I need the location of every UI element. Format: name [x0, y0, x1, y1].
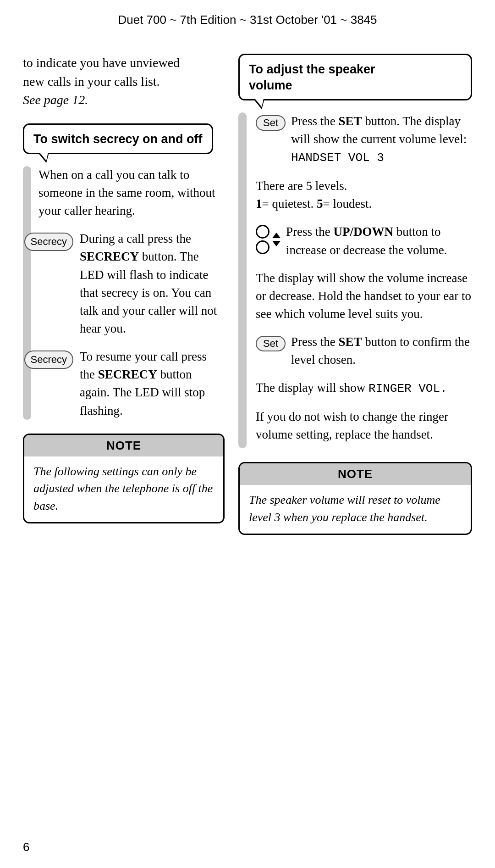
secrecy-button-2: Secrecy — [24, 351, 73, 369]
volume-instruction-section: Set Press the SET button. The display wi… — [238, 112, 472, 448]
right-note-header: NOTE — [240, 463, 471, 485]
secrecy-callout-box: To switch secrecy on and off — [23, 123, 213, 154]
down-circle — [256, 240, 270, 254]
secrecy-para3: Secrecy To resume your call press the SE… — [38, 348, 225, 420]
header-title: Duet 700 ~ 7th Edition ~ 31st October '0… — [118, 13, 377, 27]
secrecy-instruction-content: When on a call you can talk to someone i… — [38, 166, 225, 420]
volume-instruction-content: Set Press the SET button. The display wi… — [247, 112, 472, 448]
volume-para4: The display will show the volume increas… — [256, 269, 472, 323]
secrecy-instruction-section: When on a call you can talk to someone i… — [23, 166, 225, 420]
right-note-box: NOTE The speaker volume will reset to vo… — [238, 462, 472, 534]
volume-para5: Set Press the SET button to confirm the … — [256, 333, 472, 369]
left-column: to indicate you have unviewed new calls … — [23, 54, 225, 535]
arrow-up-icon — [272, 233, 280, 238]
left-note-body: The following settings can only be adjus… — [24, 456, 223, 522]
intro-line3: See page 12. — [23, 93, 88, 107]
right-column: To adjust the speaker volume Set Press t… — [238, 54, 472, 535]
left-gray-sidebar — [23, 166, 31, 420]
volume-para2: There are 5 levels. 1= quietest. 5= loud… — [256, 177, 472, 213]
secrecy-para1: When on a call you can talk to someone i… — [38, 166, 225, 220]
secrecy-para2: Secrecy During a call press the SECRECY … — [38, 230, 225, 338]
volume-para5-text: Press the SET button to confirm the leve… — [291, 333, 472, 369]
volume-para1-text: Press the SET button. The display will s… — [291, 112, 472, 167]
volume-para1: Set Press the SET button. The display wi… — [256, 112, 472, 167]
volume-para3: Press the UP/DOWN button to increase or … — [256, 223, 472, 259]
secrecy-para2-text: During a call press the SECRECY button. … — [80, 230, 225, 338]
arrow-down-icon — [272, 241, 280, 246]
volume-callout-title-line2: volume — [249, 78, 292, 92]
volume-para6: The display will show RINGER VOL. — [256, 379, 472, 398]
page-content: to indicate you have unviewed new calls … — [0, 35, 495, 553]
secrecy-callout-title: To switch secrecy on and off — [33, 132, 203, 146]
intro-text: to indicate you have unviewed new calls … — [23, 54, 225, 110]
updown-circles-icon — [256, 225, 270, 254]
intro-line1: to indicate you have unviewed — [23, 56, 180, 70]
page-header: Duet 700 ~ 7th Edition ~ 31st October '0… — [0, 0, 495, 35]
up-circle — [256, 225, 270, 239]
volume-callout-box: To adjust the speaker volume — [238, 54, 472, 100]
volume-para3-text: Press the UP/DOWN button to increase or … — [286, 223, 472, 259]
secrecy-button-1: Secrecy — [24, 233, 73, 251]
volume-para7: If you do not wish to change the ringer … — [256, 408, 472, 444]
updown-arrows-icon — [272, 233, 280, 246]
left-note-box: NOTE The following settings can only be … — [23, 434, 225, 523]
right-gray-sidebar — [238, 112, 247, 448]
left-note-header: NOTE — [24, 435, 223, 456]
right-note-body: The speaker volume will reset to volume … — [240, 485, 471, 533]
intro-line2: new calls in your calls list. — [23, 74, 160, 89]
set-button-1: Set — [256, 115, 286, 131]
page-number: 6 — [23, 840, 29, 854]
set-button-2: Set — [256, 336, 286, 351]
secrecy-para3-text: To resume your call press the SECRECY bu… — [80, 348, 225, 420]
volume-callout-title-line1: To adjust the speaker — [249, 62, 375, 76]
